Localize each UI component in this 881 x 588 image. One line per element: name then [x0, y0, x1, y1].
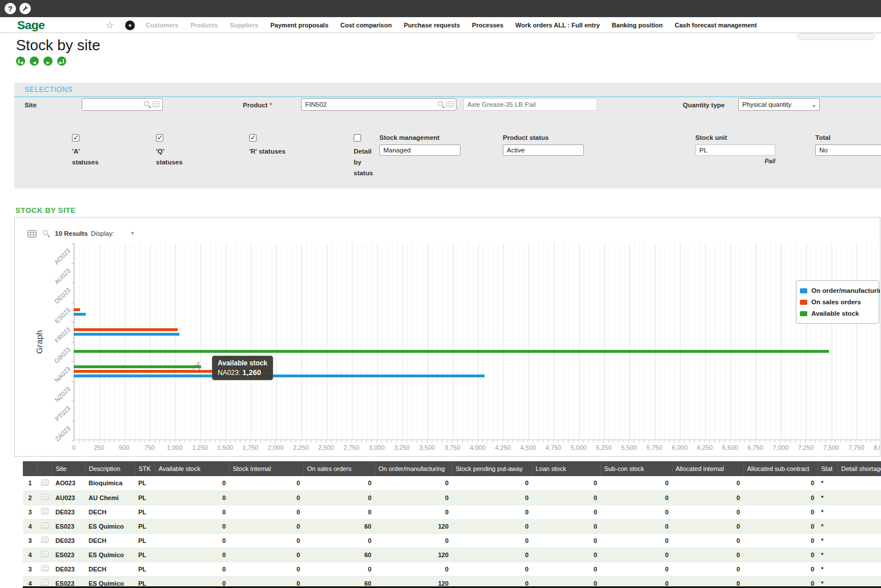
column-header-stock-internal[interactable]: Stock internal	[229, 461, 303, 476]
cell-value: 0	[672, 476, 743, 490]
nav-item-cash-forecast-management[interactable]: Cash forecast management	[675, 22, 757, 29]
sage-logo: Sage	[17, 18, 45, 32]
row-lookup-icon[interactable]	[41, 551, 49, 557]
cell-description: ES Quimico	[85, 547, 135, 562]
nav-item-payment-proposals[interactable]: Payment proposals	[270, 22, 328, 29]
last-record-button[interactable]	[57, 57, 66, 66]
cell-value: 0	[743, 562, 818, 576]
product-lookup-icon[interactable]	[446, 101, 454, 107]
main-nav: CustomersProductsSuppliersPayment propos…	[146, 17, 757, 33]
site-search-icon[interactable]	[143, 100, 151, 108]
row-lookup-icon[interactable]	[41, 537, 49, 543]
nav-item-work-orders-all-full-entry[interactable]: Work orders ALL : Full entry	[515, 22, 600, 29]
column-header-allocated-sub-contract[interactable]: Allocated sub-contract	[743, 461, 818, 476]
cell-stat: *	[818, 505, 838, 519]
horizontal-scrollbar-thumb[interactable]	[797, 33, 875, 40]
stock-unit-input[interactable]	[695, 144, 775, 156]
nav-item-banking-position[interactable]: Banking position	[612, 22, 663, 29]
nav-item-suppliers[interactable]: Suppliers	[230, 22, 258, 29]
column-header-on-order-manufacturing[interactable]: On order/manufacturing	[375, 461, 452, 476]
stock-management-input[interactable]	[379, 144, 460, 156]
product-search-icon[interactable]	[437, 100, 444, 108]
selections-divider	[14, 96, 881, 97]
column-header-loan-stock[interactable]: Loan stock	[532, 461, 600, 476]
detail-by-status-checkbox[interactable]	[354, 134, 361, 142]
column-header-blank[interactable]	[23, 461, 37, 476]
nav-item-customers[interactable]: Customers	[146, 22, 178, 29]
y-axis-tick	[71, 401, 74, 401]
r-statuses-checkbox[interactable]	[249, 134, 257, 142]
row-lookup-icon[interactable]	[41, 508, 49, 514]
total-input[interactable]	[815, 144, 881, 156]
column-header-detail-shortage[interactable]: Detail shortage	[838, 461, 881, 476]
cell-value: 0	[155, 533, 229, 547]
row-lookup-icon[interactable]	[41, 494, 49, 500]
selections-heading: SELECTIONS	[25, 86, 73, 94]
row-lookup-cell	[37, 476, 52, 490]
table-row[interactable]: 3DE023DECHPL000000000*	[23, 505, 881, 519]
column-header-sub-con-stock[interactable]: Sub-con stock	[600, 461, 672, 476]
nav-item-cost-comparison[interactable]: Cost comparison	[341, 22, 392, 29]
previous-record-button[interactable]	[30, 57, 39, 66]
legend-item-on-order-manufacturing[interactable]: On order/manufacturing	[800, 285, 875, 296]
a-statuses-checkbox[interactable]	[72, 134, 79, 142]
table-row[interactable]: 4ES023ES QuimicoPL006012000000*	[23, 576, 881, 586]
x-axis-ticks	[74, 440, 880, 443]
row-number: 3	[23, 562, 37, 576]
column-header-allocated-internal[interactable]: Allocated internal	[672, 461, 743, 476]
cell-site: DE023	[52, 505, 85, 519]
tools-button[interactable]	[19, 3, 31, 14]
nav-item-products[interactable]: Products	[190, 22, 218, 29]
q-statuses-checkbox[interactable]	[156, 134, 163, 142]
table-row[interactable]: 4ES023ES QuimicoPL006012000000*	[23, 547, 881, 562]
cell-description: ES Quimico	[85, 576, 135, 586]
table-row[interactable]: 2AU023AU ChemiPL000000000*	[23, 490, 881, 505]
cell-value: 0	[600, 505, 672, 519]
legend-item-on-sales-orders[interactable]: On sales orders	[800, 296, 875, 308]
first-bar-icon	[18, 59, 19, 63]
row-lookup-icon[interactable]	[41, 522, 49, 529]
table-row[interactable]: 4ES023ES QuimicoPL006012000000*	[23, 519, 881, 533]
column-header-blank[interactable]	[37, 461, 52, 476]
first-record-button[interactable]	[16, 57, 25, 66]
cell-stk: PL	[135, 519, 155, 533]
cell-value: 0	[600, 519, 672, 533]
column-header-stock-pending-put-away[interactable]: Stock pending put-away	[452, 461, 532, 476]
table-row[interactable]: 1AO023BioquimicaPL000000000*	[23, 476, 881, 490]
cell-value: 0	[743, 533, 818, 547]
chart-panel: 10 Results Display: Graph AO023AU023DE02…	[14, 217, 880, 457]
column-header-stk[interactable]: STK	[135, 461, 155, 476]
help-button[interactable]	[5, 3, 16, 14]
product-status-input[interactable]	[503, 144, 584, 156]
row-lookup-icon[interactable]	[41, 579, 49, 586]
cell-value: 0	[743, 505, 818, 519]
menu-chevron-icon[interactable]	[125, 21, 135, 30]
chart-search-icon[interactable]	[42, 229, 50, 237]
column-header-site[interactable]: Site	[52, 461, 85, 476]
nav-item-purchase-requests[interactable]: Purchase requests	[404, 22, 460, 29]
column-header-stat[interactable]: Stat	[818, 461, 838, 476]
row-lookup-cell	[37, 505, 52, 519]
cell-value: 0	[532, 476, 600, 490]
nav-item-processes[interactable]: Processes	[472, 22, 503, 29]
row-lookup-icon[interactable]	[41, 480, 49, 486]
product-input[interactable]	[301, 98, 456, 111]
legend-item-available-stock[interactable]: Available stock	[800, 308, 875, 319]
display-dropdown-chevron-icon[interactable]	[131, 229, 134, 237]
quantity-type-select[interactable]: Physical quantity	[738, 98, 820, 111]
next-record-button[interactable]	[43, 57, 53, 66]
results-table: SiteDescriptionSTKAvailable stockStock i…	[23, 461, 881, 586]
cell-stk: PL	[135, 562, 155, 576]
cell-value: 0	[600, 490, 672, 505]
table-row[interactable]: 3DE023DECHPL000000000*	[23, 562, 881, 576]
table-view-icon[interactable]	[27, 230, 37, 237]
cell-detail-shortage	[838, 505, 881, 519]
table-row[interactable]: 3DE023DECHPL000000000*	[23, 533, 881, 547]
site-lookup-icon[interactable]	[153, 101, 160, 107]
favorite-star-icon[interactable]	[106, 19, 114, 30]
column-header-on-sales-orders[interactable]: On sales orders	[303, 461, 375, 476]
column-header-available-stock[interactable]: Available stock	[155, 461, 229, 476]
row-lookup-icon[interactable]	[41, 565, 49, 571]
y-axis-tick	[71, 361, 74, 362]
column-header-description[interactable]: Description	[85, 461, 135, 476]
